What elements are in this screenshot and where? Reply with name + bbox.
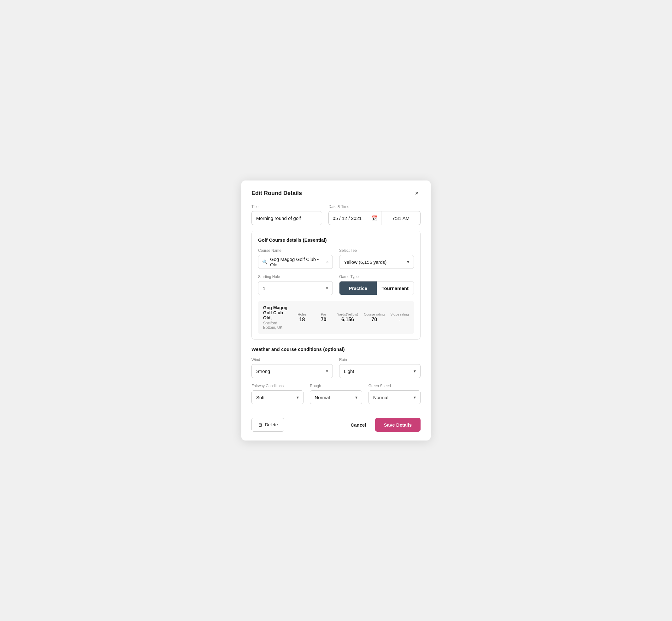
course-rating-label: Course rating xyxy=(364,313,385,316)
chevron-down-icon-green: ▾ xyxy=(414,395,416,400)
footer-right: Cancel Save Details xyxy=(345,418,421,432)
weather-section: Weather and course conditions (optional)… xyxy=(251,346,421,404)
wind-rain-row: Wind Strong ▾ Rain Light ▾ xyxy=(251,358,421,378)
select-tee-group: Select Tee Yellow (6,156 yards) ▾ xyxy=(339,248,414,269)
rough-label: Rough xyxy=(310,384,362,388)
trash-icon: 🗑 xyxy=(258,422,262,427)
par-value: 70 xyxy=(321,317,327,323)
starting-hole-group: Starting Hole 1 ▾ xyxy=(258,275,333,295)
search-icon: 🔍 xyxy=(262,259,267,264)
title-datetime-row: Title Date & Time 05 / 12 / 2021 📅 7:31 … xyxy=(251,204,421,225)
close-button[interactable]: × xyxy=(413,189,421,197)
select-tee-dropdown[interactable]: Yellow (6,156 yards) ▾ xyxy=(339,255,414,269)
footer-divider xyxy=(251,410,421,410)
calendar-icon: 📅 xyxy=(371,215,377,221)
rough-value: Normal xyxy=(314,395,355,400)
green-speed-group: Green Speed Normal ▾ xyxy=(369,384,421,404)
weather-section-title: Weather and course conditions (optional) xyxy=(251,346,421,352)
chevron-down-icon: ▾ xyxy=(407,259,409,264)
date-text: 05 / 12 / 2021 xyxy=(333,215,371,221)
fairway-rough-green-row: Fairway Conditions Soft ▾ Rough Normal ▾… xyxy=(251,384,421,404)
golf-course-section-title: Golf Course details (Essential) xyxy=(258,237,414,243)
game-type-group: Game Type Practice Tournament xyxy=(339,275,414,295)
hole-gametype-row: Starting Hole 1 ▾ Game Type Practice Tou… xyxy=(258,275,414,295)
course-tee-row: Course Name 🔍 Gog Magog Golf Club - Old … xyxy=(258,248,414,269)
wind-group: Wind Strong ▾ xyxy=(251,358,333,378)
delete-button[interactable]: 🗑 Delete xyxy=(251,418,284,432)
course-info-card: Gog Magog Golf Club - Old, Shelford Bott… xyxy=(258,301,414,334)
chevron-down-icon-hole: ▾ xyxy=(326,286,328,291)
holes-value: 18 xyxy=(299,317,305,323)
par-stat: Par 70 xyxy=(316,313,332,323)
starting-hole-dropdown[interactable]: 1 ▾ xyxy=(258,281,333,295)
par-label: Par xyxy=(321,313,326,316)
time-input[interactable]: 7:31 AM xyxy=(381,211,421,225)
fairway-group: Fairway Conditions Soft ▾ xyxy=(251,384,303,404)
yards-stat: Yards(Yellow) 6,156 xyxy=(337,313,359,323)
chevron-down-icon-wind: ▾ xyxy=(326,369,328,374)
holes-stat: Holes 18 xyxy=(294,313,310,323)
wind-value: Strong xyxy=(256,369,326,374)
select-tee-text: Yellow (6,156 yards) xyxy=(344,259,407,265)
fairway-value: Soft xyxy=(256,395,297,400)
wind-dropdown[interactable]: Strong ▾ xyxy=(251,364,333,378)
slope-rating-stat: Slope rating - xyxy=(390,313,409,323)
course-name-input[interactable]: 🔍 Gog Magog Golf Club - Old × xyxy=(258,255,333,269)
tournament-button[interactable]: Tournament xyxy=(377,282,414,295)
starting-hole-text: 1 xyxy=(263,286,326,291)
course-name-label: Course Name xyxy=(258,248,333,253)
yards-value: 6,156 xyxy=(341,317,354,323)
modal-header: Edit Round Details × xyxy=(251,189,421,197)
title-input[interactable] xyxy=(251,211,322,225)
game-type-toggle: Practice Tournament xyxy=(339,281,414,295)
rain-group: Rain Light ▾ xyxy=(339,358,421,378)
time-text: 7:31 AM xyxy=(392,215,410,221)
course-info-name-group: Gog Magog Golf Club - Old, Shelford Bott… xyxy=(263,305,289,330)
fairway-dropdown[interactable]: Soft ▾ xyxy=(251,390,303,404)
rain-value: Light xyxy=(344,369,414,374)
course-rating-stat: Course rating 70 xyxy=(364,313,385,323)
starting-hole-label: Starting Hole xyxy=(258,275,333,279)
course-name-group: Course Name 🔍 Gog Magog Golf Club - Old … xyxy=(258,248,333,269)
rough-dropdown[interactable]: Normal ▾ xyxy=(310,390,362,404)
save-button[interactable]: Save Details xyxy=(375,418,421,432)
date-input[interactable]: 05 / 12 / 2021 📅 xyxy=(328,211,381,225)
datetime-group: Date & Time 05 / 12 / 2021 📅 7:31 AM xyxy=(328,204,421,225)
select-tee-label: Select Tee xyxy=(339,248,414,253)
slope-rating-value: - xyxy=(399,317,401,323)
green-speed-dropdown[interactable]: Normal ▾ xyxy=(369,390,421,404)
course-rating-value: 70 xyxy=(371,317,377,323)
rain-dropdown[interactable]: Light ▾ xyxy=(339,364,421,378)
edit-round-modal: Edit Round Details × Title Date & Time 0… xyxy=(241,180,431,441)
datetime-label: Date & Time xyxy=(328,204,421,209)
practice-button[interactable]: Practice xyxy=(339,282,377,295)
golf-course-section: Golf Course details (Essential) Course N… xyxy=(251,231,421,339)
holes-label: Holes xyxy=(298,313,307,316)
yards-label: Yards(Yellow) xyxy=(337,313,359,316)
chevron-down-icon-fairway: ▾ xyxy=(297,395,299,400)
rain-label: Rain xyxy=(339,358,421,362)
course-info-name-main: Gog Magog Golf Club - Old, xyxy=(263,305,289,320)
date-time-group: 05 / 12 / 2021 📅 7:31 AM xyxy=(328,211,421,225)
delete-label: Delete xyxy=(265,422,278,427)
chevron-down-icon-rough: ▾ xyxy=(355,395,358,400)
green-speed-value: Normal xyxy=(373,395,414,400)
rough-group: Rough Normal ▾ xyxy=(310,384,362,404)
wind-label: Wind xyxy=(251,358,333,362)
course-info-location: Shelford Bottom, UK xyxy=(263,321,289,330)
modal-title: Edit Round Details xyxy=(251,190,302,197)
title-group: Title xyxy=(251,204,322,225)
chevron-down-icon-rain: ▾ xyxy=(414,369,416,374)
cancel-button[interactable]: Cancel xyxy=(345,419,372,431)
title-label: Title xyxy=(251,204,322,209)
footer-row: 🗑 Delete Cancel Save Details xyxy=(251,418,421,432)
course-name-text: Gog Magog Golf Club - Old xyxy=(270,256,326,267)
fairway-label: Fairway Conditions xyxy=(251,384,303,388)
clear-icon[interactable]: × xyxy=(326,259,329,264)
green-speed-label: Green Speed xyxy=(369,384,421,388)
slope-rating-label: Slope rating xyxy=(390,313,409,316)
game-type-label: Game Type xyxy=(339,275,414,279)
